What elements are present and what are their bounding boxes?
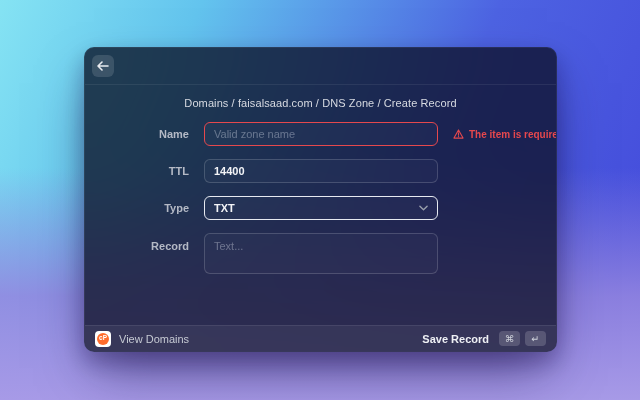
breadcrumb: Domains / faisalsaad.com / DNS Zone / Cr… (85, 97, 556, 110)
field-row-name: Name The item is required (85, 122, 556, 146)
cpanel-logo-icon: cP (95, 331, 111, 347)
desktop-background: Domains / faisalsaad.com / DNS Zone / Cr… (0, 0, 640, 400)
field-row-type: Type TXT (85, 196, 556, 220)
name-input[interactable] (204, 122, 438, 146)
enter-key-icon: ↵ (525, 331, 546, 346)
create-record-form: Name The item is required TTL (85, 122, 556, 274)
save-record-label: Save Record (422, 333, 489, 345)
create-record-modal: Domains / faisalsaad.com / DNS Zone / Cr… (84, 47, 557, 352)
modal-header (85, 48, 556, 85)
name-label: Name (85, 128, 189, 140)
save-record-button[interactable]: Save Record ⌘ ↵ (422, 331, 546, 346)
chevron-down-icon (419, 205, 428, 211)
view-domains-label: View Domains (119, 333, 189, 345)
record-label: Record (85, 233, 189, 252)
view-domains-button[interactable]: cP View Domains (95, 331, 189, 347)
command-key-icon: ⌘ (499, 331, 520, 346)
type-label: Type (85, 202, 189, 214)
type-select[interactable]: TXT (204, 196, 438, 220)
name-error-message: The item is required (453, 129, 557, 140)
field-row-ttl: TTL (85, 159, 556, 183)
cpanel-monogram: cP (97, 333, 109, 345)
modal-footer: cP View Domains Save Record ⌘ ↵ (85, 325, 556, 351)
field-row-record: Record (85, 233, 556, 274)
arrow-left-icon (97, 61, 109, 71)
back-button[interactable] (92, 55, 114, 77)
type-select-value: TXT (214, 202, 235, 214)
alert-triangle-icon (453, 129, 464, 139)
ttl-label: TTL (85, 165, 189, 177)
name-error-text: The item is required (469, 129, 557, 140)
ttl-input[interactable] (204, 159, 438, 183)
record-textarea[interactable] (204, 233, 438, 274)
